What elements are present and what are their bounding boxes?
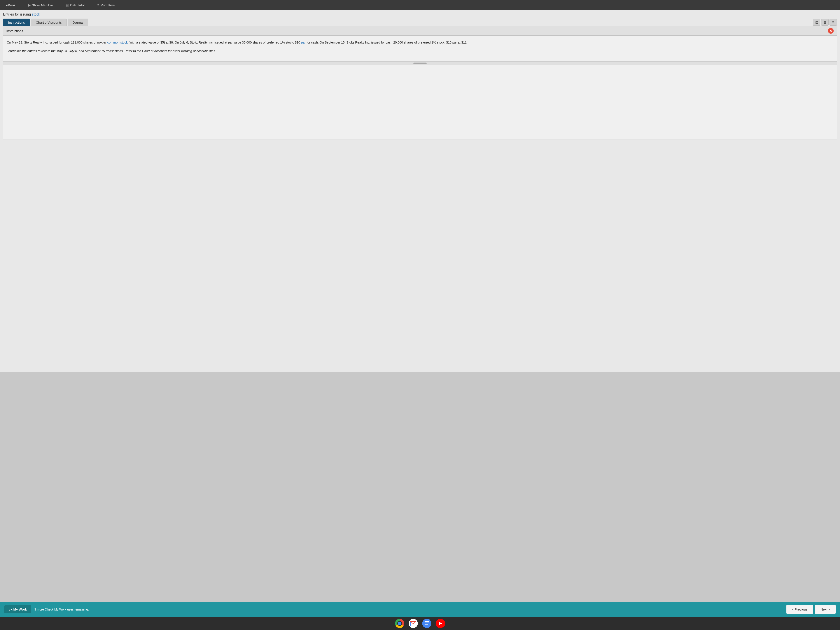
check-my-work-section: ck My Work 3 more Check My Work uses rem… bbox=[5, 605, 89, 613]
gray-spacer bbox=[0, 372, 840, 602]
nav-buttons: ‹ Previous Next › bbox=[786, 605, 835, 614]
par-link[interactable]: par bbox=[301, 41, 306, 44]
svg-rect-7 bbox=[425, 624, 428, 625]
panel-header-title: Instructions bbox=[6, 29, 23, 33]
chrome-icon[interactable] bbox=[395, 619, 404, 628]
para1-mid: (with a stated value of $5) at $8. On Ju… bbox=[128, 41, 301, 44]
tab-bar: Instructions Chart of Accounts Journal ⊡… bbox=[3, 19, 837, 26]
toolbar-ebook[interactable]: eBook bbox=[0, 2, 22, 9]
close-icon: ✕ bbox=[829, 29, 832, 33]
window-icon: ⊡ bbox=[815, 21, 818, 25]
scrollbar-thumb[interactable] bbox=[414, 63, 426, 64]
panel-header: Instructions ✕ bbox=[3, 26, 837, 36]
tab-bar-icons: ⊡ ⊞ ≡ bbox=[813, 19, 837, 25]
next-chevron-icon: › bbox=[829, 607, 830, 612]
toolbar-print-item[interactable]: ≡ Print Item bbox=[91, 2, 121, 9]
window-view-button[interactable]: ⊡ bbox=[813, 19, 820, 25]
toolbar: eBook ▶ Show Me How ▦ Calculator ≡ Print… bbox=[0, 0, 840, 10]
content-panel: Instructions ✕ On May 23, Stoltz Realty … bbox=[3, 26, 837, 140]
page-title: Entries for issuing stock bbox=[3, 13, 837, 16]
print-icon: ≡ bbox=[97, 3, 99, 7]
grid-icon: ⊞ bbox=[824, 21, 826, 25]
svg-rect-2 bbox=[415, 621, 416, 626]
tab-journal[interactable]: Journal bbox=[68, 19, 88, 26]
horizontal-scrollbar[interactable] bbox=[3, 62, 837, 65]
calculator-icon: ▦ bbox=[65, 3, 69, 7]
show-me-how-label: Show Me How bbox=[32, 3, 53, 7]
svg-rect-5 bbox=[425, 621, 429, 622]
youtube-icon[interactable] bbox=[436, 619, 445, 628]
toolbar-show-me-how[interactable]: ▶ Show Me How bbox=[22, 1, 60, 9]
next-label: Next bbox=[821, 608, 827, 611]
close-button[interactable]: ✕ bbox=[828, 28, 834, 34]
play-icon: ▶ bbox=[28, 3, 31, 7]
print-item-label: Print Item bbox=[101, 3, 115, 7]
previous-chevron-icon: ‹ bbox=[792, 607, 793, 612]
svg-rect-6 bbox=[425, 622, 429, 623]
taskbar bbox=[0, 617, 840, 630]
previous-button[interactable]: ‹ Previous bbox=[786, 605, 813, 614]
svg-rect-4 bbox=[424, 619, 430, 627]
calculator-label: Calculator bbox=[70, 3, 85, 7]
common-stock-link[interactable]: common stock bbox=[107, 41, 128, 44]
menu-view-button[interactable]: ≡ bbox=[829, 19, 837, 25]
next-button[interactable]: Next › bbox=[815, 605, 835, 614]
check-my-work-button[interactable]: ck My Work bbox=[5, 605, 31, 613]
stock-link[interactable]: stock bbox=[32, 13, 40, 16]
svg-rect-1 bbox=[410, 621, 411, 626]
check-remaining-text: 3 more Check My Work uses remaining. bbox=[34, 608, 89, 611]
gmail-icon[interactable] bbox=[409, 619, 418, 628]
docs-icon[interactable] bbox=[422, 619, 431, 628]
title-prefix: Entries for issuing bbox=[3, 13, 32, 16]
panel-body: On May 23, Stoltz Realty Inc. issued for… bbox=[3, 36, 837, 62]
para2-text: Journalize the entries to record the May… bbox=[7, 49, 216, 53]
previous-label: Previous bbox=[795, 608, 807, 611]
ebook-label: eBook bbox=[6, 3, 16, 7]
grid-view-button[interactable]: ⊞ bbox=[821, 19, 829, 25]
svg-rect-3 bbox=[410, 621, 416, 622]
main-content: Entries for issuing stock Instructions C… bbox=[0, 10, 840, 372]
instruction-paragraph-2: Journalize the entries to record the May… bbox=[7, 49, 833, 54]
menu-icon: ≡ bbox=[832, 21, 834, 24]
tab-chart-of-accounts[interactable]: Chart of Accounts bbox=[31, 19, 67, 26]
instruction-paragraph-1: On May 23, Stoltz Realty Inc. issued for… bbox=[7, 40, 833, 45]
para1-end: for cash. On September 15, Stoltz Realty… bbox=[306, 41, 467, 44]
bottom-bar: ck My Work 3 more Check My Work uses rem… bbox=[0, 602, 840, 617]
tab-instructions[interactable]: Instructions bbox=[3, 19, 30, 26]
toolbar-calculator[interactable]: ▦ Calculator bbox=[59, 1, 91, 9]
para1-pre: On May 23, Stoltz Realty Inc. issued for… bbox=[7, 41, 107, 44]
check-my-work-label-text: ck My Work bbox=[9, 608, 27, 611]
